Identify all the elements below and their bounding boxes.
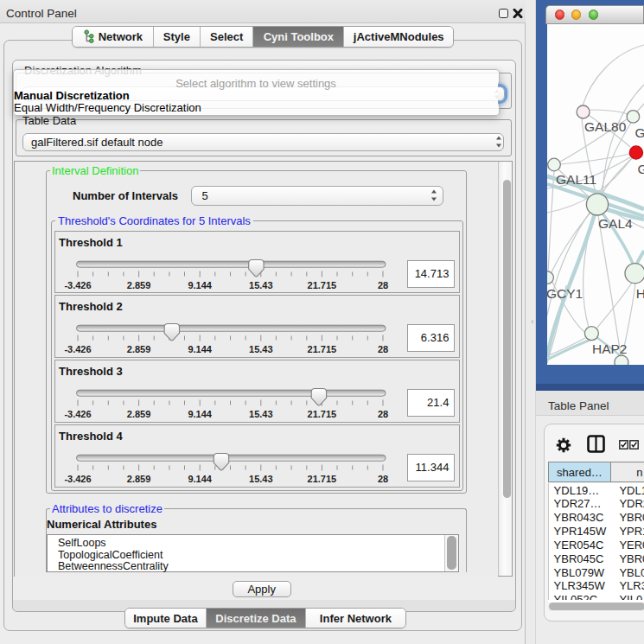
svg-text:15.43: 15.43 <box>249 409 273 419</box>
svg-text:GAL4: GAL4 <box>598 216 633 231</box>
svg-text:28: 28 <box>378 344 388 354</box>
svg-text:2.859: 2.859 <box>127 279 151 290</box>
svg-text:21.715: 21.715 <box>308 279 337 290</box>
svg-text:28: 28 <box>378 409 388 419</box>
svg-text:GAL3: GAL3 <box>635 125 644 140</box>
svg-text:21.715: 21.715 <box>308 409 337 419</box>
svg-text:-3.426: -3.426 <box>64 473 91 483</box>
svg-text:-3.426: -3.426 <box>64 344 91 354</box>
svg-text:-3.426: -3.426 <box>64 409 91 419</box>
svg-text:HIS4: HIS4 <box>636 286 644 301</box>
svg-text:GAL11: GAL11 <box>556 172 596 187</box>
svg-text:GAL80: GAL80 <box>584 119 627 134</box>
svg-text:GCY1: GCY1 <box>547 286 583 301</box>
svg-text:9.144: 9.144 <box>188 344 212 354</box>
svg-text:21.715: 21.715 <box>308 473 337 483</box>
svg-text:9.144: 9.144 <box>188 409 212 419</box>
svg-text:21.715: 21.715 <box>308 344 337 354</box>
svg-text:-3.426: -3.426 <box>64 279 91 290</box>
svg-text:2.859: 2.859 <box>127 409 151 419</box>
svg-text:9.144: 9.144 <box>188 279 212 290</box>
svg-text:G: G <box>638 162 644 176</box>
svg-text:28: 28 <box>378 279 388 290</box>
svg-text:HAP2: HAP2 <box>592 341 628 356</box>
svg-text:2.859: 2.859 <box>127 473 151 483</box>
svg-text:28: 28 <box>378 473 388 483</box>
svg-text:2.859: 2.859 <box>127 344 151 354</box>
svg-text:15.43: 15.43 <box>249 279 273 290</box>
svg-text:15.43: 15.43 <box>249 344 273 354</box>
svg-text:15.43: 15.43 <box>249 473 273 483</box>
svg-text:9.144: 9.144 <box>188 473 212 483</box>
